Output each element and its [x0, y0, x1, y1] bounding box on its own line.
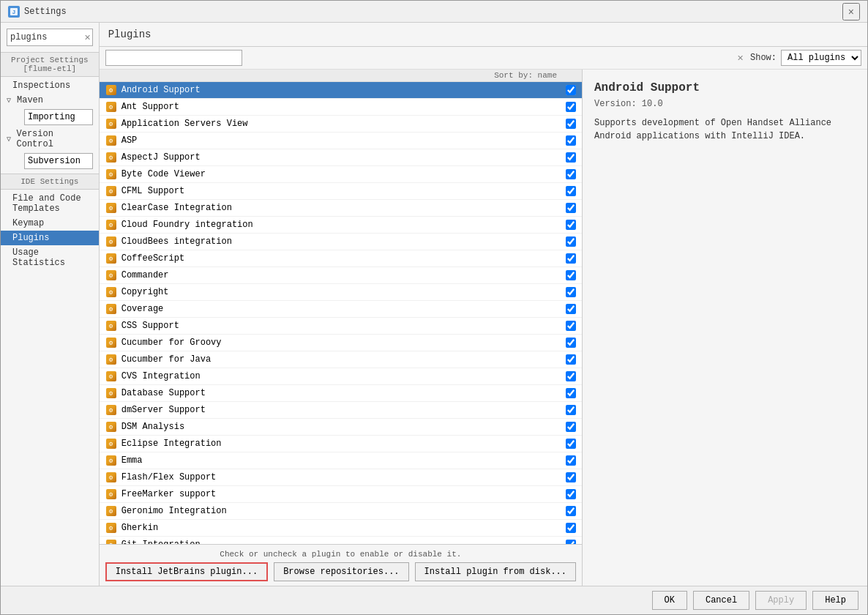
plugin-checkbox-cucumber-java[interactable]: [566, 354, 576, 365]
plugin-name-cucumber-groovy: Cucumber for Groovy: [121, 338, 566, 348]
plugin-row-gherkin[interactable]: Gherkin: [100, 520, 582, 537]
plugin-icon-android-support: [105, 84, 117, 96]
plugin-checkbox-ant-support[interactable]: [566, 102, 576, 112]
titlebar-left: J Settings: [8, 6, 67, 18]
plugin-checkbox-coffeescript[interactable]: [566, 253, 576, 264]
plugin-checkbox-dmserver[interactable]: [566, 405, 576, 415]
ok-button[interactable]: OK: [652, 591, 687, 610]
plugin-row-emma[interactable]: Emma: [100, 452, 582, 469]
plugin-checkbox-dsm[interactable]: [566, 422, 576, 432]
plugin-checkbox-database[interactable]: [566, 388, 576, 398]
plugin-row-copyright[interactable]: Copyright: [100, 284, 582, 301]
status-text: Check or uncheck a plugin to enable or d…: [220, 550, 461, 559]
apply-button[interactable]: Apply: [755, 591, 807, 610]
plugin-checkbox-freemarker[interactable]: [566, 489, 576, 499]
plugin-name-bytecode: Byte Code Viewer: [121, 169, 566, 179]
plugin-toolbar: 🔍 ✕ Show: All plugins Enabled Disabled B…: [100, 47, 867, 70]
plugin-row-android-support[interactable]: Android Support: [100, 82, 582, 99]
plugin-checkbox-cfml[interactable]: [566, 186, 576, 196]
sidebar-item-file-code-templates[interactable]: File and Code Templates: [1, 191, 99, 216]
plugin-checkbox-commander[interactable]: [566, 270, 576, 280]
plugin-row-commander[interactable]: Commander: [100, 267, 582, 284]
plugin-checkbox-clearcase[interactable]: [566, 203, 576, 213]
plugin-list-header: Sort by: name: [100, 70, 582, 82]
plugin-checkbox-emma[interactable]: [566, 455, 576, 466]
plugin-row-eclipse[interactable]: Eclipse Integration: [100, 436, 582, 452]
plugin-name-dsm: DSM Analysis: [121, 422, 566, 432]
plugin-checkbox-asp[interactable]: [566, 135, 576, 146]
sidebar-item-maven[interactable]: ▽ Maven: [1, 93, 99, 108]
plugin-row-cloudbees[interactable]: CloudBees integration: [100, 234, 582, 250]
plugin-icon-database: [105, 387, 117, 399]
plugin-icon-ant-support: [105, 101, 117, 113]
sidebar-item-inspections[interactable]: Inspections: [1, 78, 99, 93]
browse-repositories-button[interactable]: Browse repositories...: [274, 562, 408, 581]
importing-input[interactable]: [24, 109, 93, 125]
plugin-checkbox-cloud-foundry[interactable]: [566, 220, 576, 230]
bottom-buttons: Install JetBrains plugin... Browse repos…: [105, 562, 576, 581]
plugin-name-clearcase: ClearCase Integration: [121, 203, 566, 213]
plugin-name-app-servers: Application Servers View: [121, 119, 566, 129]
plugin-row-ant-support[interactable]: Ant Support: [100, 99, 582, 116]
plugin-row-dmserver[interactable]: dmServer Support: [100, 402, 582, 419]
plugin-search-input[interactable]: [105, 50, 242, 66]
plugin-checkbox-app-servers[interactable]: [566, 119, 576, 129]
plugin-row-cucumber-groovy[interactable]: Cucumber for Groovy: [100, 335, 582, 351]
plugin-checkbox-copyright[interactable]: [566, 287, 576, 297]
plugin-row-cloud-foundry[interactable]: Cloud Foundry integration: [100, 217, 582, 234]
plugin-row-app-servers[interactable]: Application Servers View: [100, 116, 582, 133]
plugin-checkbox-geronimo[interactable]: [566, 506, 576, 516]
plugin-checkbox-aspectj[interactable]: [566, 152, 576, 163]
detail-title: Android Support: [594, 81, 856, 94]
plugin-row-coverage[interactable]: Coverage: [100, 301, 582, 318]
plugin-list-container[interactable]: Android Support Ant Support Application …: [100, 82, 582, 544]
sidebar-item-usage-statistics[interactable]: Usage Statistics: [1, 245, 99, 270]
plugin-name-coffeescript: CoffeeScript: [121, 253, 566, 264]
plugin-row-coffeescript[interactable]: CoffeeScript: [100, 250, 582, 267]
plugin-row-clearcase[interactable]: ClearCase Integration: [100, 200, 582, 217]
plugin-checkbox-cucumber-groovy[interactable]: [566, 338, 576, 348]
plugin-name-android-support: Android Support: [121, 85, 566, 95]
cancel-button[interactable]: Cancel: [693, 591, 749, 610]
plugin-icon-emma: [105, 455, 117, 466]
sidebar-item-keymap[interactable]: Keymap: [1, 216, 99, 231]
plugin-checkbox-gherkin[interactable]: [566, 523, 576, 533]
plugin-checkbox-css[interactable]: [566, 321, 576, 331]
plugin-row-css[interactable]: CSS Support: [100, 318, 582, 335]
subversion-input[interactable]: [24, 153, 93, 169]
plugin-checkbox-cloudbees[interactable]: [566, 236, 576, 247]
plugin-row-dsm[interactable]: DSM Analysis: [100, 419, 582, 436]
plugin-row-freemarker[interactable]: FreeMarker support: [100, 486, 582, 503]
sidebar-item-version-control[interactable]: ▽ Version Control: [1, 127, 99, 152]
sidebar-search-clear[interactable]: ✕: [84, 33, 91, 42]
plugin-row-cvs[interactable]: CVS Integration: [100, 368, 582, 385]
plugin-search-clear[interactable]: ✕: [737, 53, 744, 63]
install-from-disk-button[interactable]: Install plugin from disk...: [415, 562, 576, 581]
install-jetbrains-button[interactable]: Install JetBrains plugin...: [105, 562, 268, 581]
plugin-row-git[interactable]: Git Integration: [100, 537, 582, 544]
plugin-name-cvs: CVS Integration: [121, 371, 566, 381]
plugin-row-bytecode[interactable]: Byte Code Viewer: [100, 166, 582, 183]
plugin-row-cucumber-java[interactable]: Cucumber for Java: [100, 351, 582, 368]
plugin-checkbox-bytecode[interactable]: [566, 169, 576, 179]
plugin-icon-aspectj: [105, 152, 117, 163]
plugin-checkbox-flash-flex[interactable]: [566, 472, 576, 482]
plugin-checkbox-eclipse[interactable]: [566, 439, 576, 449]
close-button[interactable]: ×: [842, 3, 860, 20]
plugin-row-flash-flex[interactable]: Flash/Flex Support: [100, 469, 582, 486]
plugin-checkbox-cvs[interactable]: [566, 371, 576, 381]
plugin-row-asp[interactable]: ASP: [100, 133, 582, 149]
plugin-row-database[interactable]: Database Support: [100, 385, 582, 402]
sidebar-item-plugins[interactable]: Plugins: [1, 231, 99, 245]
plugin-name-copyright: Copyright: [121, 287, 566, 297]
plugin-row-cfml[interactable]: CFML Support: [100, 183, 582, 200]
show-dropdown[interactable]: All plugins Enabled Disabled Bundled Cus…: [781, 50, 861, 66]
plugin-row-geronimo[interactable]: Geronimo Integration: [100, 503, 582, 520]
plugin-row-aspectj[interactable]: AspectJ Support: [100, 149, 582, 166]
sidebar-search-input[interactable]: [7, 29, 93, 46]
plugin-icon-clearcase: [105, 202, 117, 214]
plugin-checkbox-coverage[interactable]: [566, 304, 576, 314]
help-button[interactable]: Help: [812, 591, 858, 610]
plugin-checkbox-android-support[interactable]: [566, 85, 576, 95]
version-control-toggle: ▽: [7, 135, 17, 144]
